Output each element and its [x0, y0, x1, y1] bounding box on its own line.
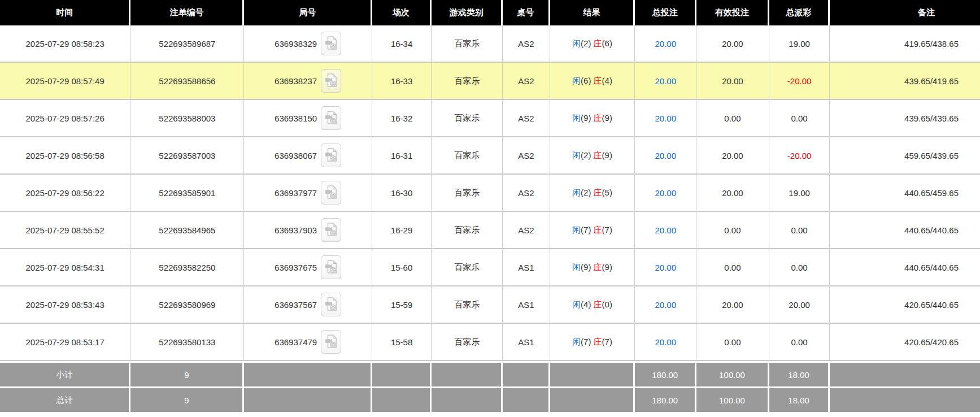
- cell-bet-id: 522693589687: [130, 25, 244, 63]
- result-player-score: (7): [581, 225, 591, 234]
- cell-total-bet: 20.00: [635, 137, 696, 175]
- table-row[interactable]: 2025-07-29 08:56:22522693585901636937977…: [0, 175, 980, 212]
- video-replay-button[interactable]: [321, 181, 341, 205]
- cell-round-no: 636938150: [244, 100, 372, 137]
- summary-valid-bet: 100.00: [696, 386, 769, 412]
- table-row[interactable]: 2025-07-29 08:53:17522693580133636937479…: [0, 324, 980, 361]
- cell-total-bet: 20.00: [635, 175, 696, 212]
- video-file-icon: [325, 110, 337, 127]
- cell-total-bet: 20.00: [635, 212, 696, 249]
- cell-valid-bet: 0.00: [696, 324, 769, 361]
- cell-time: 2025-07-29 08:56:22: [0, 175, 130, 212]
- cell-valid-bet: 0.00: [696, 100, 769, 137]
- result-player-label: 闲: [572, 299, 581, 309]
- table-row[interactable]: 2025-07-29 08:57:49522693588656636938237…: [0, 63, 980, 100]
- video-replay-button[interactable]: [321, 218, 341, 242]
- video-replay-button[interactable]: [321, 106, 341, 130]
- result-player-score: (2): [581, 188, 591, 197]
- video-replay-button[interactable]: [321, 32, 341, 55]
- summary-empty-result: [550, 361, 635, 386]
- cell-payout: 0.00: [769, 324, 830, 361]
- cell-result: 闲(6) 庄(4): [550, 63, 635, 100]
- summary-total-bet: 180.00: [635, 361, 696, 386]
- result-player-score: (6): [581, 76, 591, 85]
- result-banker-label: 庄: [594, 225, 602, 234]
- video-file-icon: [325, 222, 337, 238]
- video-replay-button[interactable]: [321, 293, 341, 316]
- header-cell-time: 时间: [0, 0, 130, 25]
- result-player-label: 闲: [572, 38, 581, 48]
- cell-table-no: AS1: [503, 324, 550, 361]
- table-row[interactable]: 2025-07-29 08:53:43522693580969636937567…: [0, 286, 980, 324]
- round-number: 636937977: [275, 188, 317, 198]
- header-cell-result: 结果: [550, 0, 635, 25]
- cell-valid-bet: 20.00: [696, 25, 769, 63]
- cell-game-type: 百家乐: [432, 324, 503, 361]
- table-row[interactable]: 2025-07-29 08:55:52522693584965636937903…: [0, 212, 980, 249]
- result-player-label: 闲: [572, 150, 581, 160]
- result-banker-score: (9): [602, 113, 612, 123]
- header-cell-game_type: 游戏类别: [432, 0, 503, 25]
- betting-records-table: 时间注单编号局号场次游戏类别桌号结果总投注有效投注总派彩备注 2025-07-2…: [0, 0, 980, 412]
- video-file-icon: [325, 147, 337, 164]
- result-player-label: 闲: [572, 113, 581, 123]
- round-number: 636938150: [275, 114, 317, 123]
- summary-row: 总计9180.00100.0018.00: [0, 386, 980, 412]
- cell-game-type: 百家乐: [432, 63, 503, 100]
- video-replay-button[interactable]: [321, 330, 341, 354]
- cell-payout: -20.00: [769, 63, 830, 100]
- cell-payout: 20.00: [769, 286, 830, 324]
- summary-count: 9: [130, 361, 244, 386]
- video-replay-button[interactable]: [321, 69, 341, 93]
- summary-empty-session: [372, 386, 432, 412]
- cell-time: 2025-07-29 08:57:49: [0, 63, 130, 100]
- cell-round-no: 636937903: [244, 212, 372, 249]
- cell-payout: 19.00: [769, 25, 830, 63]
- cell-valid-bet: 20.00: [696, 63, 769, 100]
- cell-remark: 420.65/420.65: [830, 324, 980, 361]
- cell-game-type: 百家乐: [432, 175, 503, 212]
- cell-game-type: 百家乐: [432, 100, 503, 137]
- summary-total-bet: 180.00: [635, 386, 696, 412]
- cell-result: 闲(7) 庄(7): [550, 324, 635, 361]
- table-row[interactable]: 2025-07-29 08:56:58522693587003636938067…: [0, 137, 980, 175]
- cell-remark: 420.65/440.65: [830, 286, 980, 324]
- video-file-icon: [325, 334, 337, 350]
- header-cell-round: 局号: [244, 0, 372, 25]
- summary-payout: 18.00: [769, 386, 830, 412]
- summary-valid-bet: 100.00: [696, 361, 769, 386]
- summary-empty-game-type: [432, 386, 503, 412]
- cell-round-no: 636938237: [244, 63, 372, 100]
- summary-empty-table-no: [503, 386, 550, 412]
- cell-bet-id: 522693588003: [130, 100, 244, 137]
- header-cell-session: 场次: [372, 0, 432, 25]
- cell-remark: 439.65/439.65: [830, 100, 980, 137]
- cell-payout: -20.00: [769, 137, 830, 175]
- result-banker-score: (4): [602, 76, 612, 85]
- summary-payout: 18.00: [769, 361, 830, 386]
- cell-time: 2025-07-29 08:57:26: [0, 100, 130, 137]
- result-banker-score: (6): [602, 38, 612, 48]
- table-row[interactable]: 2025-07-29 08:54:31522693582250636937675…: [0, 249, 980, 286]
- cell-valid-bet: 0.00: [696, 249, 769, 286]
- header-cell-total_bet: 总投注: [635, 0, 696, 25]
- cell-payout: 0.00: [769, 249, 830, 286]
- result-banker-score: (9): [602, 150, 612, 160]
- result-player-label: 闲: [572, 188, 581, 197]
- video-replay-button[interactable]: [321, 144, 341, 167]
- table-row[interactable]: 2025-07-29 08:57:26522693588003636938150…: [0, 100, 980, 137]
- summary-empty-session: [372, 361, 432, 386]
- cell-bet-id: 522693587003: [130, 137, 244, 175]
- summary-empty-remark: [830, 361, 980, 386]
- video-replay-button[interactable]: [321, 255, 341, 279]
- cell-total-bet: 20.00: [635, 100, 696, 137]
- cell-table-no: AS2: [503, 175, 550, 212]
- cell-valid-bet: 20.00: [696, 175, 769, 212]
- cell-session: 16-34: [372, 25, 432, 63]
- cell-bet-id: 522693584965: [130, 212, 244, 249]
- video-file-icon: [325, 259, 337, 276]
- round-number: 636938329: [275, 39, 317, 49]
- cell-session: 15-60: [372, 249, 432, 286]
- cell-result: 闲(7) 庄(7): [550, 212, 635, 249]
- table-row[interactable]: 2025-07-29 08:58:23522693589687636938329…: [0, 25, 980, 63]
